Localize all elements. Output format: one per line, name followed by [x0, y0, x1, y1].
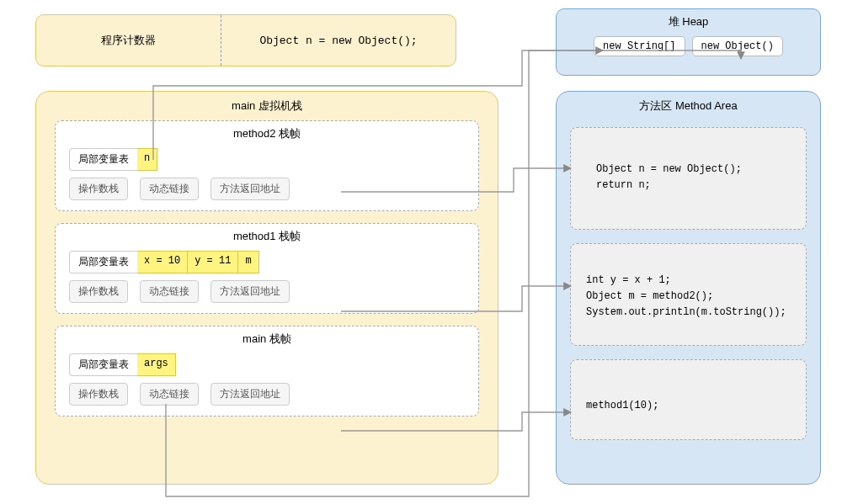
dynamic-link-0: 动态链接 [140, 178, 199, 200]
stack-frame-method1: method1 栈帧 局部变量表 x = 10 y = 11 m 操作数栈 动态… [55, 223, 479, 314]
vm-stack-box: main 虚拟机栈 method2 栈帧 局部变量表 n 操作数栈 动态链接 方… [35, 91, 498, 485]
lvt-label-2: 局部变量表 [69, 353, 137, 376]
lvt-cell-y: y = 11 [188, 251, 238, 273]
lvt-label-1: 局部变量表 [69, 251, 137, 273]
vm-stack-title: main 虚拟机栈 [55, 98, 479, 114]
dynamic-link-2: 动态链接 [140, 383, 199, 406]
program-counter-box: 程序计数器 Object n = new Object(); [35, 14, 456, 66]
heap-item-1: new Object() [692, 36, 783, 56]
pc-label: 程序计数器 [36, 15, 221, 66]
lvt-label-0: 局部变量表 [69, 148, 137, 171]
operand-stack-1: 操作数栈 [69, 280, 128, 303]
operand-stack-2: 操作数栈 [69, 383, 128, 406]
frame-title-1: method1 栈帧 [69, 229, 465, 244]
code-block-method1: int y = x + 1; Object m = method2(); Sys… [570, 243, 807, 346]
stack-frame-method2: method2 栈帧 局部变量表 n 操作数栈 动态链接 方法返回地址 [55, 120, 479, 211]
lvt-cell-m: m [238, 251, 258, 273]
code-block-method2: Object n = new Object(); return n; [570, 127, 807, 230]
lvt-cell-x: x = 10 [137, 251, 188, 273]
heap-item-0: new String[] [594, 36, 685, 56]
frame-title-2: main 栈帧 [69, 332, 465, 347]
method-area-title: 方法区 Method Area [570, 98, 807, 114]
return-addr-1: 方法返回地址 [210, 280, 290, 303]
lvt-cell-n: n [137, 148, 157, 171]
stack-frame-main: main 栈帧 局部变量表 args 操作数栈 动态链接 方法返回地址 [55, 326, 479, 416]
return-addr-2: 方法返回地址 [210, 383, 290, 406]
heap-box: 堆 Heap new String[] new Object() [556, 8, 821, 76]
heap-title: 堆 Heap [557, 14, 820, 29]
pc-code: Object n = new Object(); [221, 34, 456, 47]
return-addr-0: 方法返回地址 [210, 178, 290, 200]
lvt-cell-args: args [137, 353, 176, 376]
dynamic-link-1: 动态链接 [140, 280, 199, 303]
code-block-main: method1(10); [570, 359, 807, 440]
frame-title-0: method2 栈帧 [69, 126, 465, 141]
method-area-box: 方法区 Method Area Object n = new Object();… [556, 91, 821, 485]
operand-stack-0: 操作数栈 [69, 178, 128, 200]
